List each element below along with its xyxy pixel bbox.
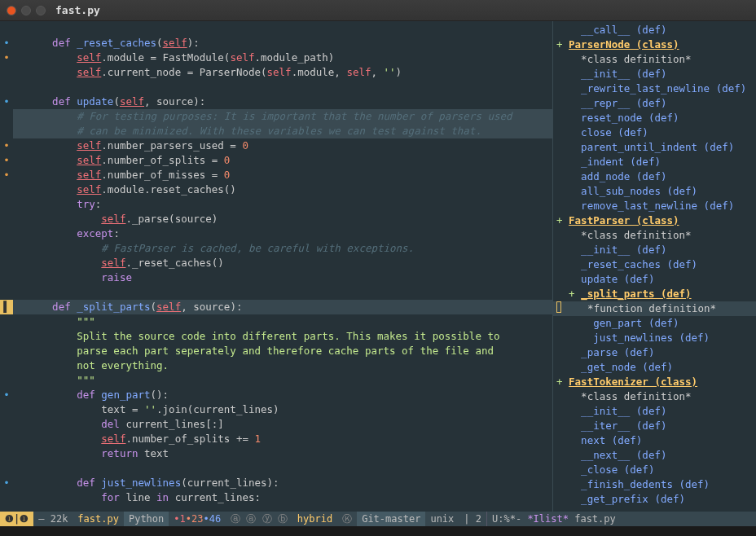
status-flags: ⓐ ⓐ ⓨ ⓑ — [226, 512, 292, 526]
outline-class[interactable]: ParserNode (class) — [569, 37, 679, 52]
outline-item[interactable]: just_newlines (def) — [593, 331, 710, 345]
outline-item[interactable]: remove_last_newline (def) — [581, 199, 734, 213]
outline-item[interactable]: add_node (def) — [581, 169, 666, 184]
fold-bullet[interactable]: • — [0, 36, 13, 51]
outline-item[interactable]: reset_node (def) — [581, 111, 679, 125]
outline-item[interactable]: close (def) — [581, 125, 648, 140]
status-file: fast.py — [73, 512, 124, 526]
outline-item[interactable]: update (def) — [581, 272, 654, 287]
outline-item[interactable]: all_sub_nodes (def) — [581, 184, 697, 199]
status-git[interactable]: Git-master — [357, 512, 425, 526]
statusbar: ❶|❶ — 22k fast.py Python •1 •23 •46 ⓐ ⓐ … — [0, 512, 756, 526]
code-editor[interactable]: • def _reset_caches(self): • self.module… — [0, 21, 552, 512]
cursor-marker: ▌ — [0, 300, 13, 314]
outline-class[interactable]: FastParser (class) — [569, 213, 679, 228]
outline-class[interactable]: FastTokenizer (class) — [569, 375, 697, 389]
main-area: • def _reset_caches(self): • self.module… — [0, 21, 756, 512]
outline-item[interactable]: _rewrite_last_newline (def) — [581, 81, 746, 96]
status-pos: | 2 — [459, 512, 486, 526]
outline-item[interactable]: *class definition* — [581, 389, 691, 404]
outline-item[interactable]: gen_part (def) — [593, 316, 679, 331]
outline-item[interactable]: __iter__ (def) — [581, 419, 666, 433]
status-enc: unix — [425, 512, 459, 526]
outline-item[interactable]: *function definition* — [587, 301, 716, 316]
outline-cursor — [556, 301, 561, 313]
outline-item[interactable]: next (def) — [581, 433, 642, 448]
outline-item[interactable]: _reset_caches (def) — [581, 257, 697, 272]
status-mode[interactable]: Python — [124, 512, 169, 526]
minimize-icon[interactable] — [21, 6, 31, 15]
function-name: _reset_caches — [77, 37, 156, 49]
outline-item[interactable]: _get_prefix (def) — [581, 492, 685, 507]
outline-item[interactable]: __init__ (def) — [581, 243, 666, 257]
outline-item[interactable]: __next__ (def) — [581, 448, 666, 463]
outline-item[interactable]: parent_until_indent (def) — [581, 140, 734, 155]
keyword-def: def — [52, 37, 77, 49]
outline-item[interactable]: __init__ (def) — [581, 404, 666, 419]
outline-item[interactable]: _parse (def) — [581, 345, 654, 360]
outline-sidebar[interactable]: __call__ (def) + ParserNode (class) *cla… — [552, 21, 756, 512]
change-marker: • — [0, 51, 13, 65]
outline-item[interactable]: __repr__ (def) — [581, 96, 666, 111]
comment: # For testing purposes: It is important … — [77, 110, 512, 122]
status-k: Ⓚ — [337, 512, 357, 526]
outline-item[interactable]: __init__ (def) — [581, 67, 666, 81]
status-size: — 22k — [33, 512, 73, 526]
window-title: fast.py — [55, 4, 100, 16]
outline-item[interactable]: __call__ (def) — [581, 23, 666, 37]
status-warnings[interactable]: ❶|❶ — [0, 512, 33, 526]
status-warns: •23 — [186, 513, 204, 525]
status-info: •46 — [203, 513, 221, 525]
maximize-icon[interactable] — [36, 6, 46, 15]
outline-item[interactable]: _finish_dedents (def) — [581, 477, 710, 492]
status-right: U:%*- *Ilist* fast.py — [492, 513, 616, 525]
outline-item[interactable]: _indent (def) — [581, 155, 661, 169]
outline-item-current[interactable]: _split_parts (def) — [581, 287, 691, 301]
close-icon[interactable] — [7, 6, 16, 15]
outline-item[interactable]: _close (def) — [581, 463, 654, 477]
minibuffer[interactable] — [0, 526, 756, 536]
titlebar: fast.py — [0, 0, 756, 21]
outline-item[interactable]: *class definition* — [581, 52, 691, 67]
window-controls — [7, 6, 46, 15]
status-hybrid: hybrid — [292, 512, 337, 526]
status-errors: •1 — [174, 513, 185, 525]
outline-item[interactable]: _get_node (def) — [581, 360, 673, 375]
outline-item[interactable]: *class definition* — [581, 228, 691, 243]
